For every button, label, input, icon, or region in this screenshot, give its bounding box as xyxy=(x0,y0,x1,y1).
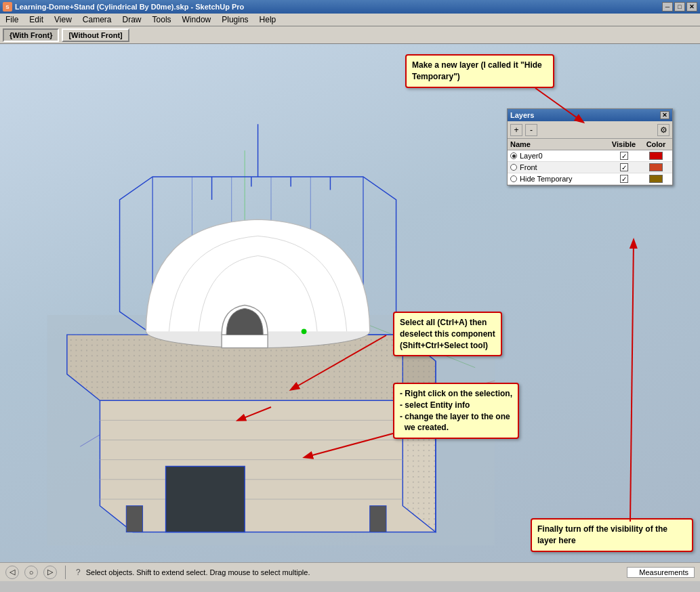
close-button[interactable]: ✕ xyxy=(686,2,697,12)
front-radio[interactable] xyxy=(510,164,517,171)
viewport: Layers ✕ + - ⚙ Name Visible Color Layer0… xyxy=(0,44,700,581)
status-btn-2[interactable]: ○ xyxy=(24,566,38,579)
callout-select-all: Select all (Ctrl+A) thendeselect this co… xyxy=(393,312,502,356)
visibility-text: Finally turn off the visibility of the l… xyxy=(537,524,667,545)
col-name-header: Name xyxy=(510,140,605,148)
toolbar: {With Front} [Without Front] xyxy=(0,26,700,44)
menu-view[interactable]: View xyxy=(52,14,75,25)
status-btn-1[interactable]: ◁ xyxy=(5,566,19,579)
title-bar: S Learning-Dome+Stand (Cylindrical By D0… xyxy=(0,0,700,14)
layer0-visible[interactable]: ✓ xyxy=(605,152,642,160)
svg-rect-17 xyxy=(166,466,245,532)
layer0-visible-checkbox[interactable]: ✓ xyxy=(620,152,628,160)
menu-draw[interactable]: Draw xyxy=(120,14,144,25)
svg-point-34 xyxy=(302,329,307,334)
maximize-button[interactable]: □ xyxy=(674,2,685,12)
without-front-button[interactable]: [Without Front] xyxy=(62,28,129,42)
layer0-radio[interactable] xyxy=(510,152,517,159)
status-btn-3[interactable]: ▷ xyxy=(43,566,57,579)
layer-row-hide-temporary[interactable]: Hide Temporary ✓ xyxy=(508,173,672,185)
layer0-name: Layer0 xyxy=(510,152,605,160)
hide-temporary-radio[interactable] xyxy=(510,175,517,182)
status-text: Select objects. Shift to extend select. … xyxy=(86,568,621,576)
front-visible[interactable]: ✓ xyxy=(605,163,642,171)
front-name: Front xyxy=(510,163,605,171)
with-front-button[interactable]: {With Front} xyxy=(3,28,59,42)
title-text: S Learning-Dome+Stand (Cylindrical By D0… xyxy=(3,2,662,12)
help-icon: ? xyxy=(76,568,81,577)
front-visible-checkbox[interactable]: ✓ xyxy=(620,163,628,171)
hide-temporary-color-swatch[interactable] xyxy=(649,175,663,183)
menu-window[interactable]: Window xyxy=(180,14,214,25)
layers-title-bar: Layers ✕ xyxy=(508,109,672,121)
app-icon: S xyxy=(3,2,12,12)
menu-camera[interactable]: Camera xyxy=(80,14,115,25)
col-visible-header: Visible xyxy=(605,140,642,148)
menu-edit[interactable]: Edit xyxy=(26,14,46,25)
menu-plugins[interactable]: Plugins xyxy=(219,14,251,25)
layer-row-layer0[interactable]: Layer0 ✓ xyxy=(508,150,672,162)
layers-toolbar: + - ⚙ xyxy=(508,121,672,139)
menu-file[interactable]: File xyxy=(3,14,21,25)
window-controls: ─ □ ✕ xyxy=(662,2,697,12)
measurements-label: Measurements xyxy=(627,567,695,578)
layers-close-button[interactable]: ✕ xyxy=(660,111,670,119)
hide-temporary-visible-checkbox[interactable]: ✓ xyxy=(620,175,628,183)
window-title: Learning-Dome+Stand (Cylindrical By D0me… xyxy=(15,3,244,11)
minimize-button[interactable]: ─ xyxy=(662,2,673,12)
callout-new-layer: Make a new layer (I called it "Hide Temp… xyxy=(405,54,554,88)
svg-rect-26 xyxy=(222,335,268,347)
hide-temporary-color[interactable] xyxy=(642,175,670,183)
layer0-color-swatch[interactable] xyxy=(649,152,663,160)
hide-temporary-name: Hide Temporary xyxy=(510,175,605,183)
menu-tools[interactable]: Tools xyxy=(150,14,174,25)
status-bar: ◁ ○ ▷ ? Select objects. Shift to extend … xyxy=(0,562,700,581)
svg-rect-33 xyxy=(370,506,386,532)
add-layer-button[interactable]: + xyxy=(510,124,522,136)
remove-layer-button[interactable]: - xyxy=(525,124,537,136)
front-color[interactable] xyxy=(642,163,670,171)
menu-help[interactable]: Help xyxy=(257,14,279,25)
callout-visibility: Finally turn off the visibility of the l… xyxy=(531,518,693,552)
svg-rect-32 xyxy=(126,506,142,532)
col-color-header: Color xyxy=(642,140,670,148)
menu-bar: File Edit View Camera Draw Tools Window … xyxy=(0,14,700,26)
callout-right-click: - Right click on the selection,- select … xyxy=(393,383,519,439)
front-color-swatch[interactable] xyxy=(649,163,663,171)
layers-options-button[interactable]: ⚙ xyxy=(657,124,670,136)
hide-temporary-visible[interactable]: ✓ xyxy=(605,175,642,183)
layer-row-front[interactable]: Front ✓ xyxy=(508,162,672,173)
layers-panel: Layers ✕ + - ⚙ Name Visible Color Layer0… xyxy=(507,108,673,186)
layers-header: Name Visible Color xyxy=(508,139,672,150)
layer0-color[interactable] xyxy=(642,152,670,160)
layers-title: Layers xyxy=(510,111,534,119)
